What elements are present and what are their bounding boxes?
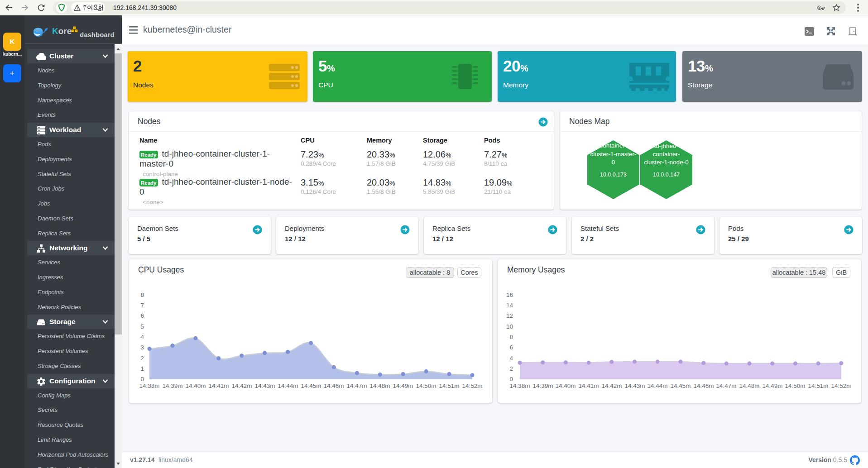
svg-text:cluster-1-master-: cluster-1-master- <box>590 151 636 158</box>
svg-text:td-jhheo-: td-jhheo- <box>601 134 625 140</box>
svg-text:0: 0 <box>612 159 615 166</box>
svg-text:10.0.0.173: 10.0.0.173 <box>600 172 627 178</box>
svg-text:td-jhheo-: td-jhheo- <box>654 143 678 149</box>
svg-text:10.0.0.147: 10.0.0.147 <box>653 172 680 178</box>
svg-text:container-: container- <box>652 151 680 158</box>
svg-text:container-: container- <box>599 142 627 149</box>
svg-text:cluster-1-node-0: cluster-1-node-0 <box>644 159 688 166</box>
